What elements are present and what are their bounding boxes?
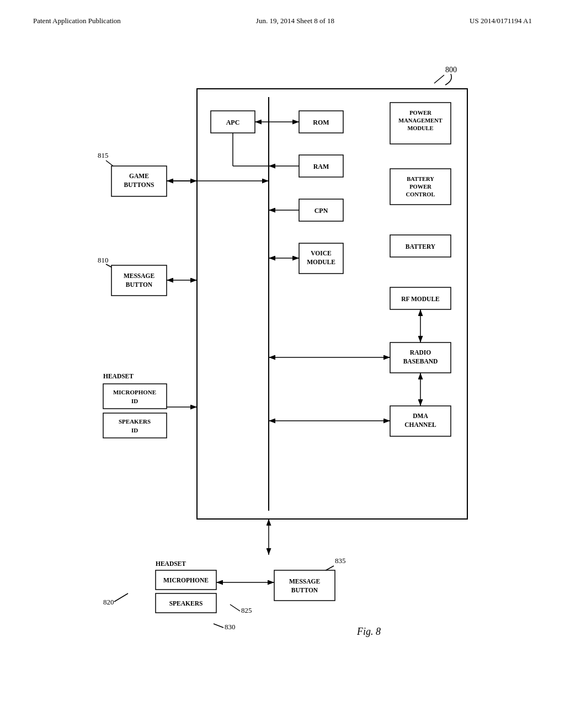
svg-text:POWER: POWER: [409, 110, 431, 116]
svg-text:MICROPHONE: MICROPHONE: [113, 389, 156, 395]
svg-text:815: 815: [98, 151, 109, 159]
page-header: Patent Application Publication Jun. 19, …: [33, 17, 532, 25]
svg-rect-49: [111, 265, 167, 296]
diagram-area: 800 815 810 820 825 830 835 APC: [48, 47, 517, 654]
svg-rect-57: [103, 413, 167, 438]
svg-text:830: 830: [225, 623, 236, 631]
svg-text:MANAGEMENT: MANAGEMENT: [398, 117, 442, 124]
svg-text:BUTTON: BUTTON: [291, 587, 318, 593]
svg-text:ID: ID: [131, 427, 138, 433]
svg-text:MESSAGE: MESSAGE: [124, 272, 155, 279]
header-right: US 2014/0171194 A1: [470, 17, 532, 25]
header-left: Patent Application Publication: [33, 17, 121, 25]
svg-text:HEADSET: HEADSET: [103, 373, 134, 379]
svg-text:SPEAKERS: SPEAKERS: [169, 600, 203, 607]
svg-text:RAM: RAM: [313, 163, 329, 170]
svg-text:MICROPHONE: MICROPHONE: [163, 577, 209, 584]
svg-text:MODULE: MODULE: [307, 259, 335, 265]
svg-text:Fig. 8: Fig. 8: [356, 626, 381, 637]
svg-text:CHANNEL: CHANNEL: [404, 421, 436, 428]
svg-text:825: 825: [241, 606, 252, 614]
svg-text:835: 835: [335, 556, 346, 565]
header-center: Jun. 19, 2014 Sheet 8 of 18: [256, 17, 334, 25]
svg-text:VOICE: VOICE: [311, 250, 332, 256]
svg-text:800: 800: [445, 66, 457, 74]
svg-text:MODULE: MODULE: [407, 125, 433, 131]
svg-text:BUTTON: BUTTON: [126, 281, 153, 288]
svg-text:BATTERY: BATTERY: [407, 176, 434, 182]
svg-text:BATTERY: BATTERY: [406, 243, 436, 250]
svg-text:ROM: ROM: [313, 119, 329, 126]
svg-text:DMA: DMA: [413, 413, 428, 419]
svg-text:CONTROL: CONTROL: [406, 191, 435, 197]
diagram-svg: 800 815 810 820 825 830 835 APC: [48, 47, 517, 654]
svg-rect-73: [274, 570, 335, 601]
page: Patent Application Publication Jun. 19, …: [0, 0, 565, 728]
svg-text:POWER: POWER: [409, 184, 431, 190]
svg-text:CPN: CPN: [315, 207, 328, 215]
svg-text:RF MODULE: RF MODULE: [401, 296, 440, 302]
svg-text:APC: APC: [226, 119, 240, 126]
svg-text:GAME: GAME: [129, 173, 149, 179]
svg-text:810: 810: [98, 256, 109, 264]
svg-text:MESSAGE: MESSAGE: [289, 578, 321, 585]
svg-text:ID: ID: [131, 398, 138, 404]
svg-text:HEADSET: HEADSET: [156, 560, 186, 567]
svg-rect-54: [103, 384, 167, 409]
svg-text:SPEAKERS: SPEAKERS: [119, 418, 151, 425]
svg-text:BUTTONS: BUTTONS: [124, 181, 154, 188]
svg-text:820: 820: [103, 598, 114, 606]
svg-text:RADIO: RADIO: [410, 349, 431, 356]
svg-text:BASEBAND: BASEBAND: [403, 358, 438, 365]
